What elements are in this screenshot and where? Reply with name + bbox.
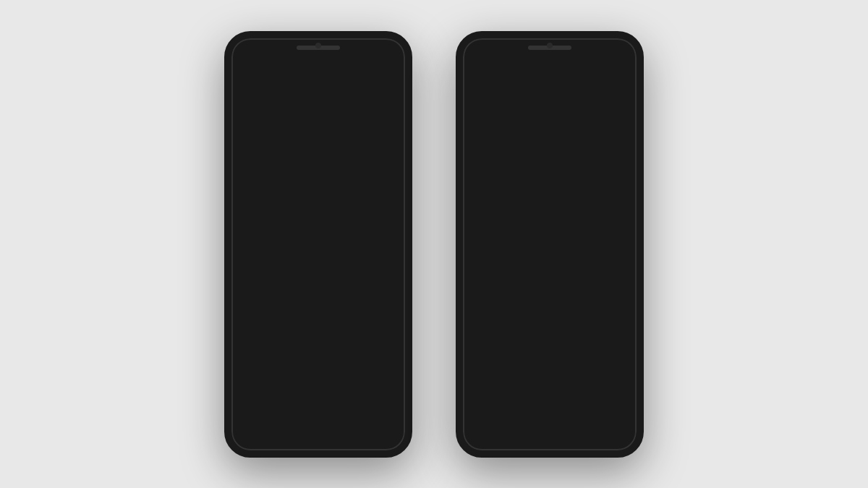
story-jarrett[interactable]: 👤 Jarrett xyxy=(288,121,326,170)
surf-info-dark: Surf Crew See you there! · Mon xyxy=(515,383,589,406)
surf-info: Surf Crew See you there! · Mon xyxy=(284,383,357,406)
brendan-online-dot xyxy=(266,354,276,364)
screen-dark: ▲ ▲ ▊ 12:30 👤 Chats xyxy=(463,38,637,450)
story-your-story-dark[interactable]: + Your Story xyxy=(472,121,509,170)
page-title-light: Chats xyxy=(273,60,334,79)
plus-icon-dark: + xyxy=(486,131,495,150)
search-icon-dark: 🔍 xyxy=(482,94,493,105)
call-icon-amy-dark[interactable] xyxy=(605,281,628,304)
story-alice[interactable]: 👤 Alice xyxy=(383,121,405,170)
christian-avatar-dark: 👤 xyxy=(472,183,508,219)
brendan-avatar-wrap: 👤 xyxy=(240,328,276,364)
christian-info-dark: Christian Dalonzo Hey how's it going · n… xyxy=(515,189,613,213)
christian-meta xyxy=(389,197,396,205)
chat-list-dark: 👤 Christian Dalonzo Hey how's it going ·… xyxy=(463,177,637,419)
chat-item-amy[interactable]: 👤 Amy Worrall Missed Call · 37m xyxy=(231,274,405,322)
brendan-name-dark: Brendan Aronoff xyxy=(515,335,621,346)
christian-meta-dark xyxy=(621,197,628,205)
surf-avatar: 🏄 xyxy=(240,377,276,413)
alice-wrap: 👤 xyxy=(383,121,405,159)
add-story-button[interactable]: + xyxy=(240,121,278,159)
amy-online-dot-dark xyxy=(498,306,507,315)
story-jarrett-dark[interactable]: 👤 Jarrett xyxy=(519,121,557,170)
phone-light: ▲ ▲ ▊ 12:30 👤 Chats xyxy=(224,31,412,458)
compose-button-dark[interactable] xyxy=(602,57,626,82)
chat-item-surf[interactable]: 🏄 Surf Crew See you there! · Mon 👤 👤 xyxy=(231,371,405,419)
christian-unread xyxy=(389,197,396,205)
plus-icon: + xyxy=(255,131,264,150)
chat-item-roommates[interactable]: 🏠 Roommates Kelly sent a sticker · 9m xyxy=(231,226,405,273)
camera-button-light[interactable] xyxy=(340,57,365,82)
hailey-face: 👤 xyxy=(338,124,371,157)
user-face: 👤 xyxy=(242,56,268,82)
amy-unread xyxy=(389,307,396,314)
chat-item-amy-dark[interactable]: 👤 Amy Worrall Missed Call · 37m xyxy=(463,274,637,322)
chat-item-brendan-dark[interactable]: 👤 Brendan Aronoff K sounds good · 8:24am xyxy=(463,322,637,370)
surf-avatar-wrap-dark: 🏄 xyxy=(472,377,508,413)
chat-item-christian-dark[interactable]: 👤 Christian Dalonzo Hey how's it going ·… xyxy=(463,177,637,225)
surf-meta-dark: 👤 👤 👤 xyxy=(596,387,628,403)
christian-unread-dark xyxy=(621,197,628,205)
roommates-name-dark: Roommates xyxy=(515,238,613,249)
roommates-avatar-wrap: 🏠 xyxy=(240,231,276,267)
surf-group-avatars-dark: 👤 👤 👤 xyxy=(596,387,631,403)
compose-button-light[interactable] xyxy=(370,57,395,82)
jarrett-label-dark: Jarrett xyxy=(528,162,548,170)
jarrett-face: 👤 xyxy=(290,124,323,157)
christian-preview-dark: Hey how's it going · now xyxy=(515,202,613,213)
chat-list-light: 👤 Christian Dalonzo Hey how's it going ·… xyxy=(231,177,405,419)
story-alice-dark[interactable]: 👤 Alice xyxy=(615,121,637,170)
alice-wrap-dark: 👤 xyxy=(615,121,637,159)
surf-group-avatars: 👤 👤 👤 xyxy=(365,387,399,403)
chat-item-surf-dark[interactable]: 🏄 Surf Crew See you there! · Mon 👤 👤 xyxy=(463,371,637,419)
hailey-wrap-dark: 👤 xyxy=(567,121,605,159)
christian-avatar-wrap: 👤 xyxy=(240,183,276,219)
story-your-story[interactable]: + Your Story xyxy=(240,121,278,170)
stories-row-light: + Your Story 👤 Jarrett xyxy=(231,119,405,177)
surf-member-d3: 👤 xyxy=(619,387,635,403)
chat-item-brendan[interactable]: 👤 Brendan Aronoff K sounds good · 8:24am xyxy=(231,322,405,370)
roommates-avatar-dark: 🏠 xyxy=(472,231,508,267)
search-bar-light[interactable]: 🔍 Search xyxy=(240,88,396,111)
chat-item-roommates-dark[interactable]: 🏠 Roommates Kelly sent a sticker · 9m xyxy=(463,226,637,273)
search-placeholder-light: Search xyxy=(268,94,299,106)
status-icons-dark: ▲ ▲ ▊ 12:30 xyxy=(582,43,626,51)
story-hailey-dark[interactable]: 👤 Hailey xyxy=(567,121,605,170)
page-title-dark: Chats xyxy=(505,60,566,79)
call-icon-amy[interactable] xyxy=(373,281,396,304)
user-avatar-light[interactable]: 👤 xyxy=(242,56,268,82)
surf-preview: See you there! · Mon xyxy=(284,396,357,406)
amy-meta-dark xyxy=(605,281,628,314)
time-display-dark: 12:30 xyxy=(608,43,626,51)
amy-avatar-wrap-dark: 👤 xyxy=(472,280,508,316)
camera-icon-dark xyxy=(578,63,590,75)
surf-name-dark: Surf Crew xyxy=(515,383,589,395)
brendan-avatar-wrap-dark: 👤 xyxy=(472,328,508,364)
screen-light: ▲ ▲ ▊ 12:30 👤 Chats xyxy=(231,38,405,450)
user-avatar-dark[interactable]: 👤 xyxy=(473,56,499,82)
header-dark: 👤 Chats xyxy=(463,52,637,88)
surf-member-3: 👤 xyxy=(388,387,404,403)
add-story-wrap: + xyxy=(240,121,278,159)
compose-icon-dark xyxy=(609,63,620,76)
brendan-name: Brendan Aronoff xyxy=(284,335,389,346)
jarrett-wrap: 👤 xyxy=(288,121,326,159)
phone-dark: ▲ ▲ ▊ 12:30 👤 Chats xyxy=(456,31,644,458)
time-display: 12:30 xyxy=(376,43,395,51)
amy-info: Amy Worrall Missed Call · 37m xyxy=(284,286,366,309)
roommates-meta xyxy=(389,246,396,253)
story-hailey[interactable]: 👤 Hailey xyxy=(336,121,373,170)
surf-avatar-wrap: 🏄 xyxy=(240,377,276,413)
svg-point-0 xyxy=(350,67,354,71)
search-bar-dark[interactable]: 🔍 Search xyxy=(472,88,628,111)
chat-item-christian[interactable]: 👤 Christian Dalonzo Hey how's it going ·… xyxy=(231,177,405,225)
stories-row-dark: + Your Story 👤 Jarrett xyxy=(463,119,637,177)
wifi-icon-dark: ▲ xyxy=(582,43,589,51)
jarrett-label: Jarrett xyxy=(297,162,317,170)
add-story-button-dark[interactable]: + xyxy=(472,121,509,159)
your-story-label: Your Story xyxy=(242,162,276,170)
search-icon-light: 🔍 xyxy=(250,94,262,105)
camera-button-dark[interactable] xyxy=(571,57,596,82)
roommates-unread-dark xyxy=(621,246,628,253)
christian-name-dark: Christian Dalonzo xyxy=(515,189,613,201)
